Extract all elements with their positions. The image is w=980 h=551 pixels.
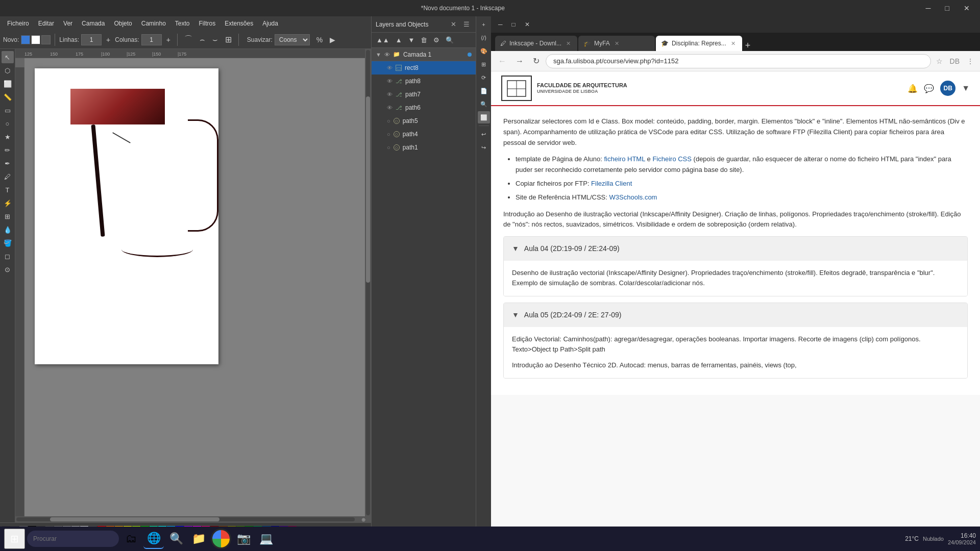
avatar-dropdown-icon[interactable]: ▼ (962, 84, 970, 93)
ficheiro-html-link[interactable]: ficheiro HTML (604, 155, 645, 163)
taskbar-app-chrome[interactable] (211, 529, 231, 549)
layers-menu-btn[interactable]: ☰ (461, 19, 472, 29)
text-tool-btn[interactable]: T (2, 184, 14, 196)
mesh-tool-btn[interactable]: ⊞ (2, 210, 14, 222)
profile-icon[interactable]: DB (948, 57, 962, 65)
layer-delete-btn[interactable]: 🗑 (418, 35, 430, 45)
rt-align-btn[interactable]: ⊞ (478, 58, 490, 70)
dropper-tool-btn[interactable]: 💧 (2, 223, 14, 236)
zoom-tool-btn[interactable]: ⬜ (2, 78, 14, 90)
chat-icon[interactable]: 💬 (924, 84, 934, 93)
canvas-drawing-area[interactable] (24, 58, 365, 516)
address-input[interactable] (546, 54, 931, 68)
accordion-aula04-header[interactable]: ▼ Aula 04 (2D:19-09 / 2E:24-09) (504, 237, 967, 260)
browser-tab-disciplina[interactable]: 🎓 Disciplina: Repres... ✕ (656, 36, 742, 51)
spray-tool-btn[interactable]: ⊙ (2, 263, 14, 276)
canvas-vscroll-track[interactable] (366, 50, 370, 515)
menu-editar[interactable]: Editar (34, 18, 58, 29)
reload-btn[interactable]: ↻ (530, 54, 543, 68)
linhas-add-btn[interactable]: + (104, 35, 113, 45)
taskbar-app-dev[interactable]: 💻 (256, 529, 276, 549)
snap-toggle-btn[interactable]: % (314, 35, 325, 45)
layer-path6[interactable]: 👁 ⎇ path6 (372, 101, 476, 114)
layer-path7[interactable]: 👁 ⎇ path7 (372, 88, 476, 101)
layer-path4[interactable]: ○ ○ path4 (372, 128, 476, 141)
canvas-scrollbar-horizontal[interactable] (15, 516, 356, 522)
rect-tool-btn[interactable]: ▭ (2, 104, 14, 116)
canvas-hscroll-track[interactable] (16, 517, 355, 521)
menu-camada[interactable]: Camada (78, 18, 109, 29)
rt-new-layer-btn[interactable]: + (478, 18, 490, 31)
back-btn[interactable]: ← (495, 55, 509, 68)
layer-move-down-btn[interactable]: ▼ (406, 35, 418, 45)
node-tool-btn[interactable]: ⬡ (2, 64, 14, 77)
menu-ficheiro[interactable]: Ficheiro (3, 18, 33, 29)
canvas-hscroll-thumb[interactable] (50, 517, 219, 521)
stroke-color-btn[interactable] (31, 35, 40, 44)
layer-path8[interactable]: 👁 ⎇ path8 (372, 74, 476, 88)
layer-settings-btn[interactable]: ⚙ (431, 35, 442, 45)
close-button[interactable]: ✕ (959, 2, 975, 14)
circle-tool-btn[interactable]: ○ (2, 117, 14, 130)
forward-btn[interactable]: → (512, 55, 527, 68)
maximize-button[interactable]: □ (940, 2, 954, 14)
colunas-add-btn[interactable]: + (164, 35, 173, 45)
eraser-tool-btn[interactable]: ◻ (2, 250, 14, 262)
menu-texto[interactable]: Texto (171, 18, 194, 29)
user-avatar[interactable]: DB (940, 81, 955, 96)
rt-search2-btn[interactable]: 🔍 (478, 98, 490, 110)
fill-color-btn[interactable] (21, 35, 30, 44)
layer-path5[interactable]: ○ ○ path5 (372, 114, 476, 128)
filezilla-link[interactable]: Filezilla Client (591, 180, 632, 187)
browser-restore-btn[interactable]: □ (509, 20, 519, 29)
browser-tab-inkscape[interactable]: 🖊 Inkscape - Downl... ✕ (495, 36, 577, 51)
notification-bell-icon[interactable]: 🔔 (908, 84, 918, 93)
layer-move-top-btn[interactable]: ▲▲ (374, 35, 392, 45)
new-tab-btn[interactable]: + (745, 40, 751, 51)
taskbar-app-explorer[interactable]: 🗂 (121, 529, 141, 549)
rt-undo-btn[interactable]: ↩ (478, 128, 490, 140)
accordion-aula05-header[interactable]: ▼ Aula 05 (2D:24-09 / 2E: 27-09) (504, 303, 967, 327)
w3schools-link[interactable]: W3Schools.com (609, 193, 657, 201)
ficheiro-css-link[interactable]: Ficheiro CSS (652, 155, 692, 163)
rt-redo-btn[interactable]: ↪ (478, 141, 490, 154)
canvas-hscroll-bar[interactable] (15, 516, 356, 522)
rt-transform-btn[interactable]: ⟳ (478, 71, 490, 84)
suavizar-select[interactable]: Coons Linear Bicubic (275, 34, 310, 45)
layers-close-btn[interactable]: ✕ (449, 19, 458, 29)
taskbar-app-folder[interactable]: 📁 (188, 529, 209, 549)
start-button[interactable]: ⊞ (4, 529, 25, 549)
bookmark-icon[interactable]: ☆ (934, 57, 945, 65)
linhas-input[interactable] (81, 34, 102, 45)
browser-minimize-btn[interactable]: ─ (495, 20, 506, 29)
menu-objeto[interactable]: Objeto (110, 18, 136, 29)
menu-caminho[interactable]: Caminho (137, 18, 170, 29)
star-tool-btn[interactable]: ★ (2, 131, 14, 143)
color-option3-btn[interactable] (41, 35, 51, 44)
menu-ajuda[interactable]: Ajuda (258, 18, 282, 29)
select-tool-btn[interactable]: ↖ (2, 51, 14, 63)
pencil-tool-btn[interactable]: ✏ (2, 144, 14, 156)
calligraphy-tool-btn[interactable]: 🖊 (2, 170, 14, 183)
canvas-wrapper[interactable]: 125 150 175 |100 |125 |150 |175 (15, 49, 365, 516)
layer-camada1[interactable]: ▼ 👁 📁 Camada 1 (372, 48, 476, 61)
layer-path1[interactable]: ○ ○ path1 (372, 141, 476, 154)
layer-search-btn[interactable]: 🔍 (443, 35, 456, 45)
menu-filtros[interactable]: Filtros (195, 18, 220, 29)
layer-rect8[interactable]: 👁 ▭ rect8 (372, 61, 476, 74)
rt-fill-btn[interactable]: 🎨 (478, 45, 490, 57)
rt-layers2-btn[interactable]: ⬜ (478, 111, 490, 123)
taskbar-app-search[interactable]: 🔍 (166, 529, 186, 549)
taskbar-app-instagram[interactable]: 📷 (233, 529, 254, 549)
disciplina-tab-close-btn[interactable]: ✕ (729, 40, 737, 47)
myfa-tab-close-btn[interactable]: ✕ (613, 40, 621, 47)
taskbar-app-edge[interactable]: 🌐 (143, 529, 164, 549)
pen-tool-btn[interactable]: ✒ (2, 157, 14, 169)
browser-close-btn[interactable]: ✕ (522, 20, 533, 29)
smooth-btn4[interactable]: ⊞ (223, 34, 234, 45)
snap-right-btn[interactable]: ▶ (327, 35, 338, 45)
browser-tab-myfa[interactable]: 🎓 MyFA ✕ (578, 36, 655, 51)
measure-tool-btn[interactable]: 📏 (2, 91, 14, 103)
rt-doc-props-btn[interactable]: 📄 (478, 85, 490, 97)
fill-tool-btn[interactable]: 🪣 (2, 237, 14, 249)
